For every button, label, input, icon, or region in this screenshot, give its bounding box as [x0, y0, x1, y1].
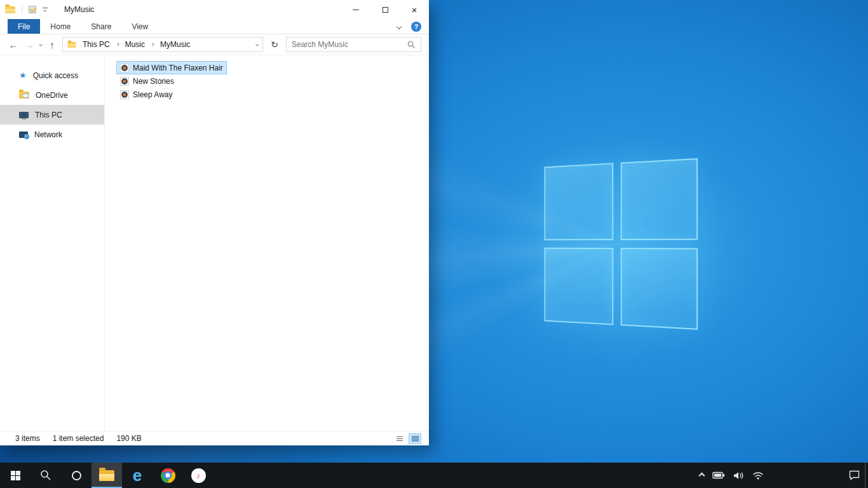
- audio-file-icon: [120, 77, 129, 86]
- action-center-icon[interactable]: [849, 470, 860, 480]
- system-tray: [700, 463, 865, 488]
- cortana-button[interactable]: [61, 463, 92, 488]
- ribbon-right-controls: ?: [397, 19, 429, 34]
- sidebar-item-label: Network: [34, 130, 62, 139]
- sidebar-item-label: This PC: [35, 111, 62, 119]
- customize-toolbar-chevron-icon[interactable]: [43, 8, 48, 11]
- quick-access-toolbar: [5, 5, 48, 14]
- breadcrumb-separator-icon[interactable]: [151, 43, 154, 46]
- windows-logo-pane: [621, 248, 698, 330]
- status-bar: 3 items 1 item selected 190 KB: [0, 431, 429, 445]
- explorer-main: ★ Quick access OneDrive This PC Network …: [0, 55, 429, 431]
- status-item-count: 3 items: [15, 434, 40, 443]
- recent-locations-chevron-icon[interactable]: [39, 43, 43, 46]
- file-name: Sleep Away: [133, 90, 173, 99]
- audio-file-icon: [120, 90, 129, 99]
- breadcrumb-separator-icon[interactable]: [116, 43, 119, 46]
- sidebar-item-network[interactable]: Network: [0, 125, 104, 144]
- sidebar-item-onedrive[interactable]: OneDrive: [0, 85, 104, 105]
- taskbar-chrome-button[interactable]: [153, 463, 183, 488]
- back-button[interactable]: ←: [8, 40, 19, 50]
- ribbon-tab-bar: File Home Share View ?: [0, 19, 429, 34]
- network-wifi-icon[interactable]: [752, 471, 764, 480]
- file-list[interactable]: Maid With The Flaxen Hair New Stories Sl…: [105, 55, 429, 431]
- close-icon: ×: [412, 5, 417, 15]
- search-icon: [40, 470, 51, 481]
- window-title: MyMusic: [64, 5, 94, 14]
- file-item-selected[interactable]: Maid With The Flaxen Hair: [116, 61, 227, 74]
- taskbar-file-explorer-button[interactable]: [92, 463, 122, 488]
- forward-button[interactable]: →: [24, 40, 35, 50]
- breadcrumb-this-pc[interactable]: This PC: [78, 40, 114, 49]
- search-box[interactable]: [286, 37, 421, 52]
- cortana-icon: [72, 471, 81, 480]
- taskbar-edge-button[interactable]: e: [122, 463, 153, 488]
- chrome-icon: [161, 468, 175, 483]
- navigation-pane: ★ Quick access OneDrive This PC Network: [0, 55, 105, 431]
- audio-file-icon: [120, 64, 129, 72]
- sidebar-item-label: Quick access: [33, 71, 78, 80]
- address-dropdown-chevron-icon[interactable]: [255, 43, 259, 46]
- details-view-icon: [397, 437, 403, 441]
- sidebar-item-quick-access[interactable]: ★ Quick access: [0, 65, 104, 85]
- title-bar[interactable]: MyMusic ×: [0, 0, 429, 19]
- onedrive-icon: [19, 92, 29, 98]
- address-folder-icon: [68, 42, 76, 48]
- file-item[interactable]: New Stories: [116, 74, 178, 88]
- file-name: Maid With The Flaxen Hair: [133, 64, 223, 72]
- battery-icon[interactable]: [712, 471, 725, 479]
- sidebar-item-label: OneDrive: [36, 91, 68, 100]
- file-name: New Stories: [133, 77, 174, 86]
- maximize-button[interactable]: [370, 0, 400, 19]
- windows-logo-pane: [545, 163, 614, 240]
- minimize-icon: [353, 10, 359, 10]
- file-explorer-icon: [99, 470, 114, 481]
- taskbar: e ♪: [0, 463, 868, 488]
- tab-home[interactable]: Home: [40, 19, 81, 34]
- quick-access-star-icon: ★: [19, 71, 27, 79]
- show-desktop-button[interactable]: [865, 463, 868, 488]
- this-pc-icon: [19, 112, 29, 118]
- icons-view-icon: [412, 436, 419, 442]
- maximize-icon: [383, 7, 388, 13]
- refresh-button[interactable]: ↻: [268, 39, 281, 50]
- toolbar-separator: [22, 5, 22, 14]
- properties-icon[interactable]: [29, 6, 36, 13]
- volume-icon[interactable]: [733, 471, 744, 480]
- windows-logo-pane: [545, 248, 614, 325]
- minimize-ribbon-chevron-icon[interactable]: [397, 24, 402, 29]
- network-icon: [19, 132, 28, 138]
- close-button[interactable]: ×: [400, 0, 429, 19]
- tab-share[interactable]: Share: [81, 19, 121, 34]
- icons-view-button[interactable]: [409, 433, 421, 444]
- help-button[interactable]: ?: [411, 22, 421, 32]
- view-switcher: [393, 433, 421, 444]
- address-bar[interactable]: This PC Music MyMusic: [62, 37, 263, 52]
- window-folder-icon: [5, 6, 15, 13]
- details-view-button[interactable]: [393, 433, 406, 444]
- window-controls: ×: [341, 0, 429, 19]
- breadcrumb-mymusic[interactable]: MyMusic: [156, 40, 194, 49]
- file-explorer-window: MyMusic × File Home Share View ? ← → ↑ T…: [0, 0, 429, 445]
- search-icon[interactable]: [407, 41, 416, 49]
- itunes-icon: ♪: [191, 468, 206, 483]
- start-button[interactable]: [0, 463, 31, 488]
- search-input[interactable]: [292, 40, 407, 49]
- tray-expand-chevron-icon[interactable]: [699, 472, 705, 478]
- breadcrumb-music[interactable]: Music: [121, 40, 149, 49]
- edge-icon: e: [133, 467, 142, 484]
- up-button[interactable]: ↑: [46, 40, 58, 50]
- tab-view[interactable]: View: [121, 19, 158, 34]
- taskbar-search-button[interactable]: [31, 463, 61, 488]
- address-bar-row: ← → ↑ This PC Music MyMusic ↻: [0, 34, 429, 55]
- windows-logo-pane: [621, 158, 698, 240]
- tab-file[interactable]: File: [8, 19, 40, 34]
- status-size: 190 KB: [116, 434, 141, 443]
- windows-logo: [545, 158, 698, 330]
- status-selection: 1 item selected: [53, 434, 104, 443]
- minimize-button[interactable]: [341, 0, 370, 19]
- windows-start-icon: [11, 471, 20, 480]
- sidebar-item-this-pc[interactable]: This PC: [0, 105, 104, 125]
- file-item[interactable]: Sleep Away: [116, 88, 177, 101]
- taskbar-itunes-button[interactable]: ♪: [183, 463, 214, 488]
